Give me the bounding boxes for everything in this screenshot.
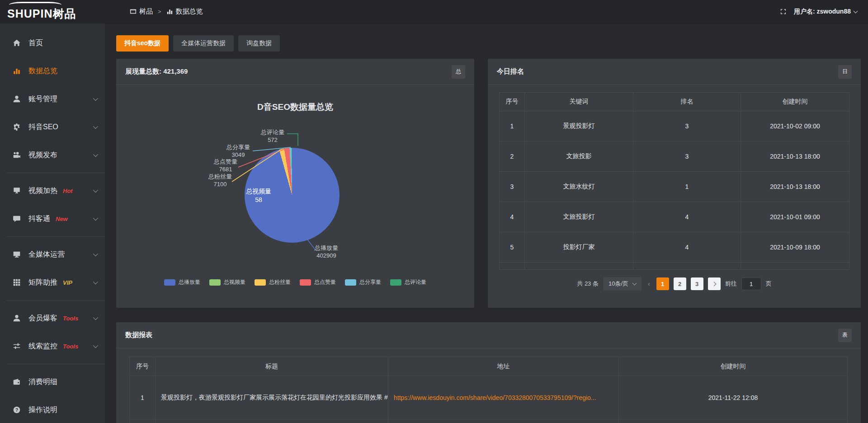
tab-inquiry-data[interactable]: 询盘数据 xyxy=(238,35,280,52)
pagination: 共 23 条 10条/页 ‹ 1 2 3 前往 页 xyxy=(488,277,861,291)
table-toggle-button[interactable]: 表 xyxy=(838,329,852,342)
sidebar-item-media-operation[interactable]: 全媒体运营 xyxy=(0,240,105,268)
table-row: 2 文旅投影 3 2021-10-13 18:00 xyxy=(500,141,849,172)
legend-item[interactable]: 总分享量 xyxy=(345,278,381,286)
sidebar-item-douyin-seo[interactable]: 抖音SEO xyxy=(0,113,105,141)
sidebar-item-account[interactable]: 账号管理 xyxy=(0,85,105,113)
sidebar-item-data-overview[interactable]: 数据总览 xyxy=(0,57,105,85)
breadcrumb-separator: > xyxy=(158,8,161,15)
chat-bubble-icon xyxy=(13,215,22,223)
ranking-table: 序号 关键词 排名 创建时间 1 景观投影灯 3 2021-10-02 09:0… xyxy=(499,92,849,270)
prev-page-button[interactable]: ‹ xyxy=(646,280,652,287)
pie-label-plays: 总播放量 402909 xyxy=(299,244,354,259)
table-row: 4 文旅投影灯 4 2021-10-01 09:00 xyxy=(500,202,849,232)
logo: SHUPIN树品 xyxy=(0,0,105,24)
table-row: 1 景观投影灯，夜游景观投影灯厂家展示展示落花灯在花园里的灯光投影应用效果 # … xyxy=(130,376,848,419)
legend-item[interactable]: 总点赞量 xyxy=(300,278,336,286)
today-ranking-panel: 今日排名 日 序号 关键词 排名 创建时间 xyxy=(488,59,861,308)
legend-item[interactable]: 总播放量 xyxy=(164,278,200,286)
impressions-total-value: 421,369 xyxy=(163,67,188,75)
page-button-3[interactable]: 3 xyxy=(691,277,703,290)
username-label: 用户名: zswodun88 xyxy=(794,8,851,16)
panel-title: 数据报表 xyxy=(125,331,152,339)
logo-text: SHUPIN树品 xyxy=(7,6,76,21)
tools-badge: Tools xyxy=(63,315,78,322)
gear-icon xyxy=(13,123,22,131)
sidebar-item-video-publish[interactable]: 视频发布 xyxy=(0,141,105,169)
sidebar: 首页 数据总览 账号管理 抖音SEO 视频发布 视频加热 Hot xyxy=(0,24,105,423)
data-report-panel: 数据报表 表 序号 标题 地址 创建时间 1 景观投影灯，夜游景观投影灯厂 xyxy=(116,322,861,423)
chart-legend: 总播放量 总视频量 总粉丝量 总点赞量 总分享量 总评论量 xyxy=(116,278,474,286)
user-icon xyxy=(13,95,22,103)
monitor-icon xyxy=(13,250,22,258)
question-circle-icon: ? xyxy=(13,406,22,414)
chevron-down-icon xyxy=(93,216,98,221)
divider xyxy=(6,364,105,364)
table-row: 5 投影灯厂家 4 2021-10-09 18:00 xyxy=(500,232,849,263)
tab-media-operation-data[interactable]: 全媒体运营数据 xyxy=(173,35,234,52)
chevron-down-icon xyxy=(93,315,98,320)
pie-label-likes: 总点赞量 7681 xyxy=(198,158,253,173)
table-row: 1 景观投影灯 3 2021-10-02 09:00 xyxy=(500,111,849,141)
tab-douyin-seo-data[interactable]: 抖音seo数据 xyxy=(116,35,169,52)
page-button-2[interactable]: 2 xyxy=(674,277,686,290)
logo-text-cn: 树品 xyxy=(52,7,76,20)
fullscreen-icon[interactable] xyxy=(780,8,787,15)
next-page-button[interactable] xyxy=(708,277,721,290)
pagination-total: 共 23 条 xyxy=(577,280,599,288)
pie-chart-area: D音SEO数据量总览 总评论量 572 总分享量 xyxy=(116,85,474,307)
pie-label-shares: 总分享量 3049 xyxy=(211,143,265,159)
sidebar-item-member-burst[interactable]: 会员爆客 Tools xyxy=(0,304,105,332)
breadcrumb-current[interactable]: 数据总览 xyxy=(166,7,203,16)
sidebar-item-instructions[interactable]: ? 操作说明 xyxy=(0,396,105,423)
divider xyxy=(6,173,105,173)
logo-text-en: SHUPIN xyxy=(7,7,52,20)
breadcrumb: 树品 > 数据总览 xyxy=(130,7,203,16)
page-button-1[interactable]: 1 xyxy=(656,277,669,290)
window-icon xyxy=(130,8,137,15)
vip-badge: VIP xyxy=(63,279,72,286)
sidebar-item-consumption[interactable]: 消费明细 xyxy=(0,368,105,396)
chevron-down-icon xyxy=(93,96,98,101)
user-menu[interactable]: 用户名: zswodun88 xyxy=(794,8,857,16)
impressions-total: 展现量总数: 421,369 xyxy=(125,67,188,76)
legend-item[interactable]: 总评论量 xyxy=(390,278,426,286)
bar-chart-icon xyxy=(166,8,173,15)
goto-page-input[interactable] xyxy=(741,277,761,290)
sidebar-item-doukertong[interactable]: 抖客通 New xyxy=(0,205,105,233)
header-right: 用户名: zswodun88 xyxy=(780,8,857,16)
svg-text:?: ? xyxy=(15,408,18,413)
chevron-right-icon xyxy=(712,282,717,286)
sliders-icon xyxy=(13,342,22,350)
total-toggle-button[interactable]: 总 xyxy=(452,65,465,79)
legend-item[interactable]: 总粉丝量 xyxy=(255,278,291,286)
table-header-row: 序号 标题 地址 创建时间 xyxy=(130,357,848,376)
legend-item[interactable]: 总视频量 xyxy=(209,278,245,286)
goto-label: 前往 xyxy=(725,280,737,288)
video-link[interactable]: https://www.iesdouyin.com/share/video/70… xyxy=(394,394,596,401)
report-panel-header: 数据报表 表 xyxy=(116,322,861,348)
panel-title: 今日排名 xyxy=(497,67,524,76)
page-size-select[interactable]: 10条/页 xyxy=(603,277,642,291)
chart-title: D音SEO数据量总览 xyxy=(116,101,474,113)
table-row: 3 文旅水纹灯 1 2021-10-13 18:00 xyxy=(500,172,849,202)
breadcrumb-root[interactable]: 树品 xyxy=(130,7,153,16)
new-badge: New xyxy=(56,216,68,222)
chevron-down-icon xyxy=(854,9,858,13)
chevron-down-icon xyxy=(93,343,98,348)
user-icon xyxy=(13,314,22,322)
tools-badge: Tools xyxy=(63,343,78,350)
main-content: 抖音seo数据 全媒体运营数据 询盘数据 展现量总数: 421,369 总 D音… xyxy=(105,24,868,423)
sidebar-item-lead-monitor[interactable]: 线索监控 Tools xyxy=(0,332,105,360)
chevron-down-icon xyxy=(93,251,98,256)
sidebar-item-matrix-boost[interactable]: 矩阵助推 VIP xyxy=(0,268,105,296)
day-toggle-button[interactable]: 日 xyxy=(838,65,852,79)
pie-label-fans: 总粉丝量 7100 xyxy=(193,173,247,188)
table-header-row: 序号 关键词 排名 创建时间 xyxy=(500,93,849,111)
sidebar-item-home[interactable]: 首页 xyxy=(0,29,105,57)
chevron-down-icon xyxy=(93,188,98,193)
pie-label-videos: 总视频量 58 xyxy=(231,187,286,204)
ranking-panel-header: 今日排名 日 xyxy=(488,59,861,85)
bar-chart-icon xyxy=(13,67,22,75)
sidebar-item-video-heat[interactable]: 视频加热 Hot xyxy=(0,177,105,205)
